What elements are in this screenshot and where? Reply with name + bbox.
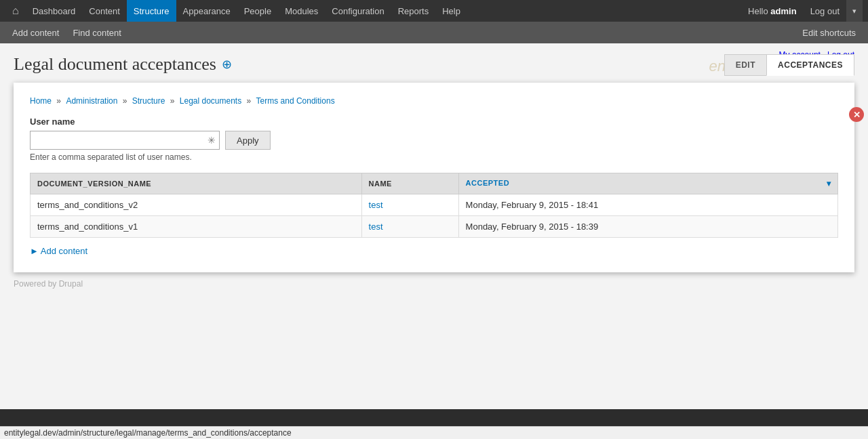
home-nav-item[interactable]: ⌂ [5,0,26,22]
username-filter-input[interactable] [30,131,220,150]
filter-input-wrap: ✳ [30,131,220,150]
hello-text: Hello admin [741,6,804,16]
close-button[interactable]: ✕ [849,107,864,122]
page-header: Legal document acceptances ⊕ entitylegal… [14,54,854,75]
nav-help[interactable]: Help [435,0,467,22]
cell-doc-version: terms_and_conditions_v1 [31,216,362,238]
name-link[interactable]: test [369,222,383,232]
cell-name: test [361,216,458,238]
nav-appearance[interactable]: Appearance [176,0,237,22]
col-name[interactable]: NAME [361,173,458,194]
shortcut-find-content[interactable]: Find content [66,22,128,43]
filter-label: User name [30,117,838,127]
page-background: My account · Log out Legal document acce… [0,43,868,439]
breadcrumb-terms[interactable]: Terms and Conditions [256,96,335,106]
apply-button[interactable]: Apply [225,131,271,150]
home-icon: ⌂ [12,5,19,17]
nav-right: Hello admin Log out ▾ [741,0,863,22]
status-bar: entitylegal.dev/admin/structure/legal/ma… [0,426,868,439]
admin-dropdown-button[interactable]: ▾ [846,0,863,22]
tab-edit[interactable]: EDIT [724,54,766,76]
acceptances-table: DOCUMENT_VERSION_NAME NAME ACCEPTED ▾ [30,173,838,238]
nav-configuration[interactable]: Configuration [325,0,391,22]
add-content-link: ► Add content [30,246,838,256]
name-link[interactable]: test [369,200,383,210]
cell-name: test [361,194,458,216]
nav-reports[interactable]: Reports [391,0,436,22]
outer-page: My account · Log out Legal document acce… [0,43,868,409]
top-navigation: ⌂ Dashboard Content Structure Appearance… [0,0,868,22]
dialog-container: ⚙▾ ✕ Home » Administration » Structure »… [14,83,854,272]
breadcrumb-structure[interactable]: Structure [132,96,165,106]
powered-by: Powered by Drupal [14,279,83,289]
page-title-add-icon[interactable]: ⊕ [222,57,232,72]
shortcuts-bar: Add content Find content Edit shortcuts [0,22,868,43]
breadcrumb-administration[interactable]: Administration [66,96,117,106]
nav-content[interactable]: Content [82,0,127,22]
filter-row: ✳ Apply [30,131,838,150]
breadcrumb-sep-4: » [247,96,254,106]
page-header-area: My account · Log out Legal document acce… [0,43,868,75]
breadcrumb-sep-3: » [170,96,177,106]
tab-acceptances[interactable]: ACCEPTANCES [766,54,854,76]
status-url: entitylegal.dev/admin/structure/legal/ma… [4,428,292,438]
sort-arrow-icon: ▾ [827,179,831,188]
nav-people[interactable]: People [237,0,278,22]
col-doc-version[interactable]: DOCUMENT_VERSION_NAME [31,173,362,194]
shortcut-add-content[interactable]: Add content [5,22,66,43]
nav-modules[interactable]: Modules [278,0,325,22]
breadcrumb-sep-1: » [56,96,63,106]
filter-hint: Enter a comma separated list of user nam… [30,152,838,162]
breadcrumb-legal-documents[interactable]: Legal documents [180,96,241,106]
add-content-link-anchor[interactable]: ► Add content [30,246,87,256]
breadcrumb-sep-2: » [123,96,130,106]
nav-structure[interactable]: Structure [127,0,176,22]
nav-dashboard[interactable]: Dashboard [26,0,83,22]
table-header-row: DOCUMENT_VERSION_NAME NAME ACCEPTED ▾ [31,173,838,194]
cell-accepted: Monday, February 9, 2015 - 18:39 [458,216,837,238]
logout-link[interactable]: Log out [804,0,846,22]
page-title: Legal document acceptances [14,54,216,75]
tab-buttons: EDIT ACCEPTANCES [724,54,854,76]
dialog: Home » Administration » Structure » Lega… [14,83,854,272]
table-row: terms_and_conditions_v2testMonday, Febru… [31,194,838,216]
table-row: terms_and_conditions_v1testMonday, Febru… [31,216,838,238]
admin-username: admin [770,6,796,16]
col-accepted[interactable]: ACCEPTED ▾ [458,173,837,194]
edit-shortcuts: Edit shortcuts [795,22,863,43]
cell-accepted: Monday, February 9, 2015 - 18:41 [458,194,837,216]
edit-shortcuts-link[interactable]: Edit shortcuts [795,22,863,43]
footer: Powered by Drupal [0,272,868,295]
breadcrumb: Home » Administration » Structure » Lega… [30,96,838,106]
breadcrumb-home[interactable]: Home [30,96,52,106]
cell-doc-version: terms_and_conditions_v2 [31,194,362,216]
